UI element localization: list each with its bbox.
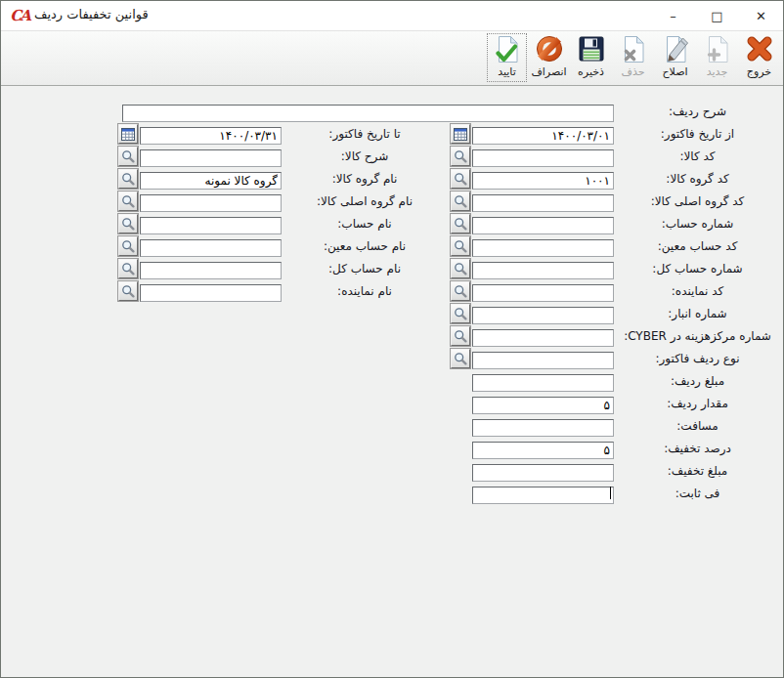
- subsidiary-account-name-row: نام حساب معین:: [118, 237, 448, 255]
- maximize-button[interactable]: □: [695, 1, 739, 30]
- item-code-row: کد کالا:: [451, 148, 781, 165]
- minimize-button[interactable]: –: [651, 1, 695, 30]
- new-button[interactable]: جدید: [696, 32, 738, 83]
- to-invoice-date-input[interactable]: [140, 127, 282, 145]
- save-button-label: ذخیره: [578, 65, 604, 78]
- discount-percent-input[interactable]: [472, 442, 614, 459]
- cyber-cost-center-number-input[interactable]: [472, 329, 614, 347]
- cyber-cost-center-number-row: شماره مرکزهزینه در CYBER:: [451, 327, 781, 345]
- toolbar-buttons: تاییدانصرافذخیرهحذفاصلاحجدیدخروج: [486, 32, 780, 84]
- cyber-cost-center-number-input-wrap: [472, 327, 614, 347]
- edit-icon: [660, 33, 691, 64]
- confirm-button-label: تایید: [498, 65, 516, 78]
- discount-percent-label: درصد تخفیف:: [614, 440, 781, 457]
- item-description-input[interactable]: [140, 149, 282, 167]
- search-icon: [121, 217, 135, 231]
- from-invoice-date-label: از تاریخ فاکتور:: [614, 125, 781, 143]
- row-quantity-row: مقدار ردیف:: [451, 395, 781, 412]
- row-amount-label: مبلغ ردیف:: [614, 372, 781, 390]
- item-description-row: شرح کالا:: [118, 148, 448, 165]
- cancel-icon: [534, 33, 565, 64]
- from-invoice-date-input[interactable]: [472, 127, 614, 145]
- to-invoice-date-calendar-button[interactable]: [118, 124, 138, 144]
- fixed-price-input-wrap: [472, 485, 614, 504]
- row-quantity-input[interactable]: [472, 397, 614, 414]
- cyber-cost-center-number-lookup-button[interactable]: [451, 326, 470, 346]
- new-button-label: جدید: [707, 65, 727, 78]
- item-group-code-lookup-button[interactable]: [451, 169, 470, 189]
- item-description-lookup-button[interactable]: [118, 147, 138, 166]
- close-button[interactable]: ✕: [739, 1, 783, 30]
- search-icon: [454, 307, 467, 320]
- agent-code-input[interactable]: [472, 284, 614, 302]
- edit-button[interactable]: اصلاح: [654, 32, 696, 83]
- distance-input[interactable]: [472, 419, 614, 437]
- total-account-name-input-wrap: [140, 260, 282, 279]
- total-account-name-lookup-button[interactable]: [118, 259, 138, 278]
- new-icon: [702, 33, 733, 64]
- total-account-number-lookup-button[interactable]: [451, 259, 470, 278]
- item-group-name-input[interactable]: [140, 172, 282, 190]
- item-main-group-name-lookup-button[interactable]: [118, 191, 138, 211]
- subsidiary-account-code-lookup-button[interactable]: [451, 236, 470, 256]
- warehouse-number-input[interactable]: [472, 307, 614, 324]
- item-code-lookup-button[interactable]: [451, 147, 470, 166]
- save-button[interactable]: ذخیره: [570, 32, 612, 83]
- total-account-name-input[interactable]: [140, 262, 282, 279]
- form-right-column: از تاریخ فاکتور:کد کالا:کد گروه کالا:کد …: [451, 125, 781, 507]
- subsidiary-account-code-input[interactable]: [472, 239, 614, 257]
- cancel-button[interactable]: انصراف: [528, 32, 570, 83]
- search-icon: [454, 262, 467, 275]
- discount-amount-input[interactable]: [472, 464, 614, 482]
- row-description-input[interactable]: [122, 105, 614, 122]
- delete-button-label: حذف: [622, 65, 645, 78]
- to-invoice-date-row: تا تاریخ فاکتور:: [118, 125, 448, 143]
- from-invoice-date-row: از تاریخ فاکتور:: [451, 125, 781, 143]
- account-number-lookup-button[interactable]: [451, 214, 470, 233]
- search-icon: [121, 284, 135, 298]
- search-icon: [121, 194, 135, 208]
- item-main-group-name-input[interactable]: [140, 194, 282, 212]
- row-amount-input[interactable]: [472, 374, 614, 392]
- account-number-input[interactable]: [472, 217, 614, 234]
- item-code-input[interactable]: [472, 149, 614, 167]
- account-name-row: نام حساب:: [118, 215, 448, 233]
- account-name-lookup-button[interactable]: [118, 214, 138, 233]
- exit-button[interactable]: خروج: [738, 32, 780, 83]
- agent-name-lookup-button[interactable]: [118, 281, 138, 301]
- item-main-group-name-row: نام گروه اصلی کالا:: [118, 192, 448, 210]
- invoice-row-type-lookup-button[interactable]: [451, 349, 470, 368]
- agent-code-lookup-button[interactable]: [451, 281, 470, 301]
- search-icon: [454, 239, 467, 253]
- subsidiary-account-name-input[interactable]: [140, 239, 282, 257]
- item-description-input-wrap: [140, 148, 282, 167]
- account-name-input-wrap: [140, 215, 282, 234]
- agent-name-input[interactable]: [140, 284, 282, 302]
- cancel-button-label: انصراف: [531, 65, 566, 78]
- from-invoice-date-calendar-button[interactable]: [451, 124, 470, 144]
- item-group-name-lookup-button[interactable]: [118, 169, 138, 189]
- subsidiary-account-name-lookup-button[interactable]: [118, 236, 138, 256]
- item-main-group-code-lookup-button[interactable]: [451, 191, 470, 211]
- search-icon: [121, 239, 135, 253]
- confirm-button[interactable]: تایید: [486, 32, 528, 83]
- warehouse-number-label: شماره انبار:: [614, 305, 781, 322]
- row-description-input-wrap: [122, 103, 614, 122]
- account-name-input[interactable]: [140, 217, 282, 234]
- invoice-row-type-input-wrap: [472, 350, 614, 369]
- item-main-group-name-label: نام گروه اصلی کالا:: [282, 192, 448, 210]
- search-icon: [454, 149, 467, 163]
- search-icon: [454, 352, 467, 365]
- fixed-price-input[interactable]: [472, 487, 614, 504]
- item-main-group-code-input[interactable]: [472, 194, 614, 212]
- delete-button[interactable]: حذف: [612, 32, 654, 83]
- save-icon: [576, 33, 607, 64]
- warehouse-number-lookup-button[interactable]: [451, 304, 470, 323]
- invoice-row-type-row: نوع ردیف فاکتور:: [451, 350, 781, 367]
- total-account-number-input[interactable]: [472, 262, 614, 279]
- calendar-icon: [121, 128, 135, 141]
- item-group-code-input[interactable]: [472, 172, 614, 190]
- search-icon: [121, 149, 135, 163]
- app-logo-icon: CA: [10, 6, 29, 25]
- invoice-row-type-input[interactable]: [472, 352, 614, 369]
